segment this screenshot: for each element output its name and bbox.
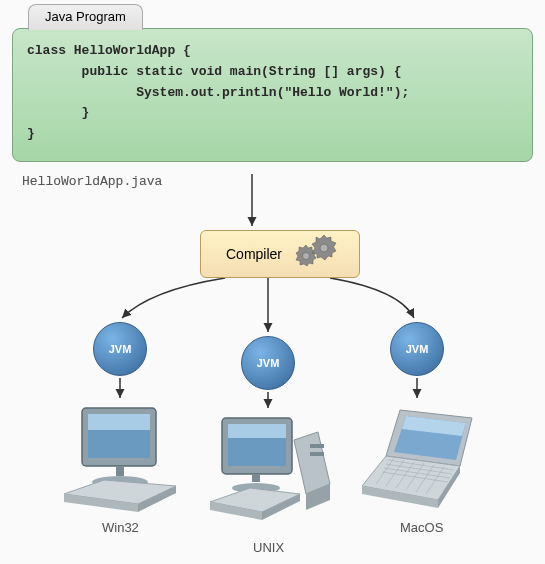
laptop-macos-icon (360, 400, 490, 524)
svg-rect-10 (116, 466, 124, 476)
code-tab: Java Program (28, 4, 143, 30)
svg-rect-18 (310, 452, 324, 456)
svg-rect-14 (228, 424, 286, 438)
svg-rect-17 (310, 444, 324, 448)
computer-win32-icon (60, 400, 180, 524)
jvm-bubble-unix: JVM (241, 336, 295, 390)
java-compile-diagram: Java Program class HelloWorldApp { publi… (0, 0, 545, 564)
compiler-box: Compiler (200, 230, 360, 278)
code-block: class HelloWorldApp { public static void… (12, 28, 533, 162)
svg-point-6 (320, 244, 328, 252)
jvm-bubble-macos: JVM (390, 322, 444, 376)
svg-point-5 (303, 253, 310, 260)
svg-rect-9 (88, 414, 150, 430)
platform-label-win32: Win32 (102, 520, 139, 535)
platform-label-macos: MacOS (400, 520, 443, 535)
platform-label-unix: UNIX (253, 540, 284, 555)
computer-unix-icon (208, 400, 338, 544)
compiler-label: Compiler (220, 246, 282, 262)
jvm-bubble-win32: JVM (93, 322, 147, 376)
gear-icon (290, 234, 340, 274)
svg-rect-15 (252, 474, 260, 482)
source-filename: HelloWorldApp.java (22, 174, 162, 189)
